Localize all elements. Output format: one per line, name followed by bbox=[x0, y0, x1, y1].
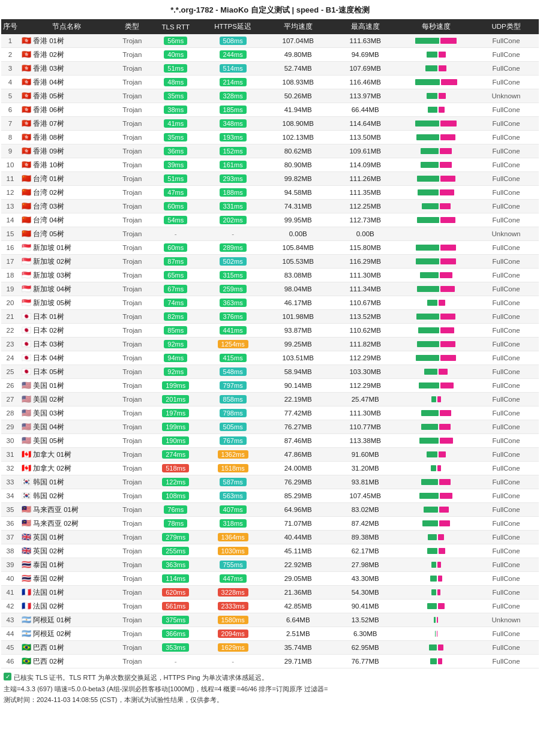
table-row: 29 🇺🇸美国 04树 Trojan 199ms 505ms 76.27MB 1… bbox=[1, 420, 539, 434]
tls-value: 51ms bbox=[164, 64, 187, 73]
cell-index: 26 bbox=[1, 379, 19, 393]
cell-name: 🇭🇰香港 03树 bbox=[19, 62, 115, 76]
cell-tls: 366ms bbox=[150, 627, 202, 641]
cell-tls: 60ms bbox=[150, 241, 202, 255]
cell-name: 🇨🇦加拿大 02树 bbox=[19, 462, 115, 475]
https-value: 2094ms bbox=[218, 630, 248, 638]
cell-tls: 76ms bbox=[150, 503, 202, 517]
cell-index: 17 bbox=[1, 255, 19, 269]
cell-udp: FullCone bbox=[473, 351, 539, 365]
cell-index: 35 bbox=[1, 503, 19, 517]
cell-speed bbox=[399, 62, 473, 76]
tls-value: 201ms bbox=[162, 395, 189, 403]
footer-line2: 主端=4.3.3 (697) 喵速=5.0.0-beta3 (A组-深圳必胜客移… bbox=[4, 683, 536, 695]
cell-avg: 71.07MB bbox=[265, 517, 332, 531]
tls-value: 279ms bbox=[162, 533, 189, 541]
tls-value: 518ms bbox=[162, 464, 189, 472]
https-value: 1518ms bbox=[218, 464, 248, 472]
cell-avg: 94.58MB bbox=[265, 186, 332, 200]
cell-type: Trojan bbox=[115, 558, 150, 572]
table-row: 23 🇯🇵日本 03树 Trojan 92ms 1254ms 99.25MB 1… bbox=[1, 338, 539, 351]
https-value: 188ms bbox=[220, 188, 247, 197]
table-row: 28 🇺🇸美国 03树 Trojan 197ms 798ms 77.42MB 1… bbox=[1, 406, 539, 420]
flag-icon: 🇺🇸 bbox=[22, 381, 31, 390]
cell-index: 19 bbox=[1, 282, 19, 296]
cell-tls: 199ms bbox=[150, 379, 202, 393]
cell-udp: FullCone bbox=[473, 296, 539, 310]
cell-type: Trojan bbox=[115, 172, 150, 186]
cell-type: Trojan bbox=[115, 600, 150, 613]
cell-name: 🇨🇳台湾 05树 bbox=[19, 227, 115, 241]
cell-tls: 74ms bbox=[150, 296, 202, 310]
cell-type: Trojan bbox=[115, 241, 150, 255]
flag-icon: 🇨🇳 bbox=[22, 201, 31, 210]
cell-https: 1362ms bbox=[201, 448, 264, 462]
cell-tls: 51ms bbox=[150, 172, 202, 186]
cell-tls: 35ms bbox=[150, 89, 202, 103]
flag-icon: 🇭🇰 bbox=[22, 119, 31, 128]
cell-index: 36 bbox=[1, 517, 19, 531]
cell-max: 89.38MB bbox=[332, 531, 399, 544]
cell-type: Trojan bbox=[115, 158, 150, 172]
cell-index: 23 bbox=[1, 338, 19, 351]
cell-speed bbox=[399, 324, 473, 338]
cell-avg: 40.44MB bbox=[265, 531, 332, 544]
cell-udp: FullCone bbox=[473, 379, 539, 393]
tls-value: 87ms bbox=[164, 257, 187, 266]
table-row: 40 🇹🇭泰国 02树 Trojan 114ms 447ms 29.05MB 4… bbox=[1, 572, 539, 586]
tls-value: 54ms bbox=[164, 216, 187, 224]
cell-speed bbox=[399, 613, 473, 627]
table-row: 36 🇲🇾马来西亚 02树 Trojan 78ms 318ms 71.07MB … bbox=[1, 517, 539, 531]
flag-icon: 🇫🇷 bbox=[22, 588, 31, 597]
cell-avg: 77.42MB bbox=[265, 406, 332, 420]
cell-index: 6 bbox=[1, 103, 19, 117]
cell-max: 31.20MB bbox=[332, 462, 399, 475]
flag-icon: 🇭🇰 bbox=[22, 50, 31, 59]
cell-avg: 0.00B bbox=[265, 227, 332, 241]
flag-icon: 🇺🇸 bbox=[22, 394, 31, 403]
cell-index: 44 bbox=[1, 627, 19, 641]
table-row: 27 🇺🇸美国 02树 Trojan 201ms 858ms 22.19MB 2… bbox=[1, 393, 539, 406]
cell-https: 328ms bbox=[201, 89, 264, 103]
table-row: 9 🇭🇰香港 09树 Trojan 36ms 152ms 80.62MB 109… bbox=[1, 144, 539, 158]
flag-icon: 🇨🇳 bbox=[22, 174, 31, 183]
table-row: 33 🇰🇷韩国 01树 Trojan 122ms 587ms 76.29MB 9… bbox=[1, 475, 539, 489]
cell-tls: 65ms bbox=[150, 269, 202, 282]
cell-name: 🇯🇵日本 04树 bbox=[19, 351, 115, 365]
cell-udp: FullCone bbox=[473, 282, 539, 296]
cell-speed bbox=[399, 338, 473, 351]
cell-https: 1364ms bbox=[201, 531, 264, 544]
cell-speed bbox=[399, 158, 473, 172]
cell-tls: 35ms bbox=[150, 131, 202, 144]
cell-type: Trojan bbox=[115, 393, 150, 406]
cell-speed bbox=[399, 531, 473, 544]
cell-avg: 24.00MB bbox=[265, 462, 332, 475]
flag-icon: 🇧🇷 bbox=[22, 643, 31, 652]
cell-avg: 87.46MB bbox=[265, 434, 332, 448]
cell-index: 13 bbox=[1, 200, 19, 213]
cell-tls: 51ms bbox=[150, 62, 202, 76]
cell-udp: FullCone bbox=[473, 558, 539, 572]
cell-https: 1030ms bbox=[201, 544, 264, 558]
cell-index: 1 bbox=[1, 34, 19, 48]
cell-max: 110.62MB bbox=[332, 324, 399, 338]
cell-name: 🇯🇵日本 02树 bbox=[19, 324, 115, 338]
cell-https: 376ms bbox=[201, 310, 264, 324]
cell-type: Trojan bbox=[115, 131, 150, 144]
table-row: 25 🇯🇵日本 05树 Trojan 92ms 548ms 58.94MB 10… bbox=[1, 365, 539, 379]
cell-avg: 99.95MB bbox=[265, 213, 332, 227]
cell-speed bbox=[399, 365, 473, 379]
cell-name: 🇭🇰香港 06树 bbox=[19, 103, 115, 117]
cell-tls: 92ms bbox=[150, 365, 202, 379]
cell-udp: FullCone bbox=[473, 117, 539, 131]
cell-tls: 190ms bbox=[150, 434, 202, 448]
cell-tls: 114ms bbox=[150, 572, 202, 586]
cell-udp: Unknown bbox=[473, 613, 539, 627]
cell-max: 113.50MB bbox=[332, 131, 399, 144]
tls-value: 78ms bbox=[164, 519, 187, 528]
cell-speed bbox=[399, 448, 473, 462]
https-value: 858ms bbox=[220, 395, 247, 403]
flag-icon: 🇫🇷 bbox=[22, 601, 31, 610]
cell-tls: - bbox=[150, 227, 202, 241]
cell-name: 🇧🇷巴西 01树 bbox=[19, 641, 115, 655]
